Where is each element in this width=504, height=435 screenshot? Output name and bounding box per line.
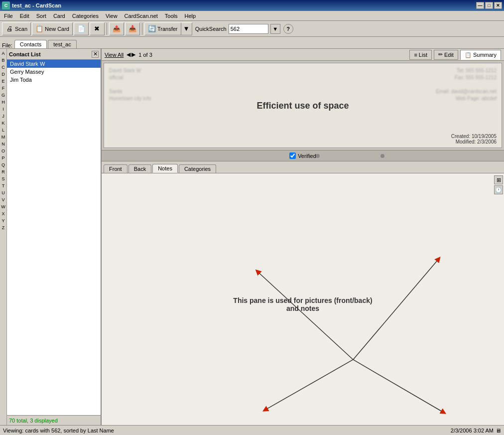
verified-check-input[interactable]: [289, 152, 296, 159]
menu-tools[interactable]: Tools: [162, 12, 181, 20]
contact-panel-title: Contact List: [9, 51, 41, 57]
scan-icon: 🖨: [5, 25, 13, 33]
alpha-g[interactable]: G: [0, 92, 6, 99]
scan-button[interactable]: 🖨 Scan: [2, 22, 31, 35]
contact-item-2[interactable]: Jim Toda: [7, 76, 101, 84]
alpha-u[interactable]: U: [0, 189, 6, 196]
alpha-a[interactable]: A: [0, 50, 6, 57]
main-content: A B C D E F G H I J K L M N O P Q R S T …: [0, 49, 504, 425]
alpha-q[interactable]: Q: [0, 161, 6, 168]
edit-view-button[interactable]: ✏ Edit: [434, 50, 458, 60]
status-left-text: Viewing: cards with 562, sorted by Last …: [3, 428, 114, 434]
drag-handle-left[interactable]: [316, 154, 320, 158]
close-button[interactable]: ✕: [494, 2, 502, 9]
status-right: 2/3/2006 3:02 AM 🖥: [451, 428, 501, 434]
menu-file[interactable]: File: [1, 12, 16, 20]
transfer-dropdown-button[interactable]: ▼: [181, 22, 192, 35]
transfer-button-group: 🔄 Transfer ▼: [144, 22, 192, 35]
view-all-link[interactable]: View All: [105, 52, 124, 58]
list-icon: ≡: [414, 52, 417, 58]
menu-bar: File Edit Sort Card Categories View Card…: [0, 11, 504, 21]
delete-button[interactable]: ✖: [90, 22, 105, 35]
svg-line-5: [353, 360, 444, 413]
svg-line-4: [265, 360, 353, 410]
export-button[interactable]: 📤: [109, 22, 124, 35]
svg-line-2: [257, 272, 353, 360]
tab-front[interactable]: Front: [104, 164, 127, 173]
card-center-text: Efficient use of space: [256, 100, 349, 111]
alpha-z[interactable]: Z: [0, 224, 6, 231]
right-area: View All ◀ ▶ 1 of 3 ≡ List ✏ Edit 📋: [102, 49, 504, 425]
copy-button[interactable]: 📄: [74, 22, 89, 35]
help-button[interactable]: ?: [283, 24, 293, 34]
alpha-o[interactable]: O: [0, 147, 6, 154]
pane-icon-2[interactable]: 🕐: [494, 185, 503, 194]
alpha-w[interactable]: W: [0, 203, 6, 210]
card-blurred-left: David Stark WofficialSantaHometown city …: [109, 67, 151, 102]
card-created-date: Created: 10/19/2005: [451, 134, 497, 139]
export-icon: 📤: [113, 25, 121, 33]
alpha-x[interactable]: X: [0, 210, 6, 217]
new-card-button[interactable]: 📋 New Card: [32, 22, 73, 35]
alpha-s[interactable]: S: [0, 175, 6, 182]
alpha-t[interactable]: T: [0, 182, 6, 189]
contact-item-1[interactable]: Gerry Massey: [7, 68, 101, 76]
alpha-m[interactable]: M: [0, 134, 6, 141]
alpha-n[interactable]: N: [0, 141, 6, 147]
alpha-b[interactable]: B: [0, 57, 6, 64]
alpha-c[interactable]: C: [0, 64, 6, 71]
card-dates: Created: 10/19/2005 Modified: 2/3/2006: [451, 134, 497, 145]
card-modified-date: Modified: 2/3/2006: [451, 139, 497, 145]
prev-arrow[interactable]: ◀: [126, 51, 130, 58]
list-view-button[interactable]: ≡ List: [409, 50, 432, 60]
alpha-h[interactable]: H: [0, 99, 6, 106]
file-tab-contacts[interactable]: Contacts: [14, 40, 47, 48]
quicksearch-dropdown-button[interactable]: ▼: [270, 24, 280, 34]
contact-panel: Contact List ✕ David Stark W Gerry Masse…: [7, 49, 102, 425]
pane-icon-1[interactable]: ⊞: [494, 175, 503, 184]
drag-handle-right[interactable]: [380, 154, 384, 158]
alpha-r[interactable]: R: [0, 168, 6, 175]
alpha-j[interactable]: J: [0, 113, 6, 120]
alpha-e[interactable]: E: [0, 78, 6, 85]
tab-back[interactable]: Back: [128, 164, 151, 173]
pane-label: This pane is used for pictures (front/ba…: [233, 296, 373, 312]
verified-label: Verified: [298, 153, 316, 159]
transfer-button[interactable]: 🔄 Transfer: [144, 22, 181, 35]
alpha-i[interactable]: I: [0, 106, 6, 113]
alpha-l[interactable]: L: [0, 127, 6, 134]
menu-edit[interactable]: Edit: [17, 12, 32, 20]
nav-arrows: ◀ ▶: [126, 51, 135, 58]
maximize-button[interactable]: □: [485, 2, 493, 9]
tab-notes[interactable]: Notes: [152, 164, 178, 173]
nav-counter: 1 of 3: [138, 52, 152, 58]
menu-help[interactable]: Help: [182, 12, 199, 20]
alpha-y[interactable]: Y: [0, 217, 6, 224]
toolbar-separator-1: [107, 23, 107, 35]
card-image-area: David Stark WofficialSantaHometown city …: [104, 63, 502, 148]
picture-pane: ⊞ 🕐: [102, 173, 504, 425]
alpha-f[interactable]: F: [0, 85, 6, 92]
verified-checkbox[interactable]: Verified: [289, 152, 316, 159]
import-button[interactable]: 📥: [125, 22, 140, 35]
file-tab-test-ac[interactable]: test_ac: [48, 40, 76, 48]
menu-categories[interactable]: Categories: [69, 12, 102, 20]
contact-item-0[interactable]: David Stark W: [7, 60, 101, 68]
file-tabs-area: File: Contacts test_ac: [0, 37, 504, 49]
tab-categories[interactable]: Categories: [179, 164, 216, 173]
menu-sort[interactable]: Sort: [33, 12, 49, 20]
contact-list: David Stark W Gerry Massey Jim Toda: [7, 60, 101, 415]
alpha-p[interactable]: P: [0, 154, 6, 161]
quicksearch-input[interactable]: [229, 24, 268, 34]
next-arrow[interactable]: ▶: [131, 51, 135, 58]
summary-view-button[interactable]: 📋 Summary: [460, 50, 501, 60]
contact-panel-close-button[interactable]: ✕: [92, 51, 99, 58]
status-icon: 🖥: [496, 428, 501, 434]
alpha-v[interactable]: V: [0, 196, 6, 203]
minimize-button[interactable]: —: [476, 2, 484, 9]
alpha-d[interactable]: D: [0, 71, 6, 78]
menu-view[interactable]: View: [103, 12, 121, 20]
menu-card[interactable]: Card: [50, 12, 68, 20]
alpha-k[interactable]: K: [0, 120, 6, 127]
menu-cardscannet[interactable]: CardScan.net: [122, 12, 161, 20]
